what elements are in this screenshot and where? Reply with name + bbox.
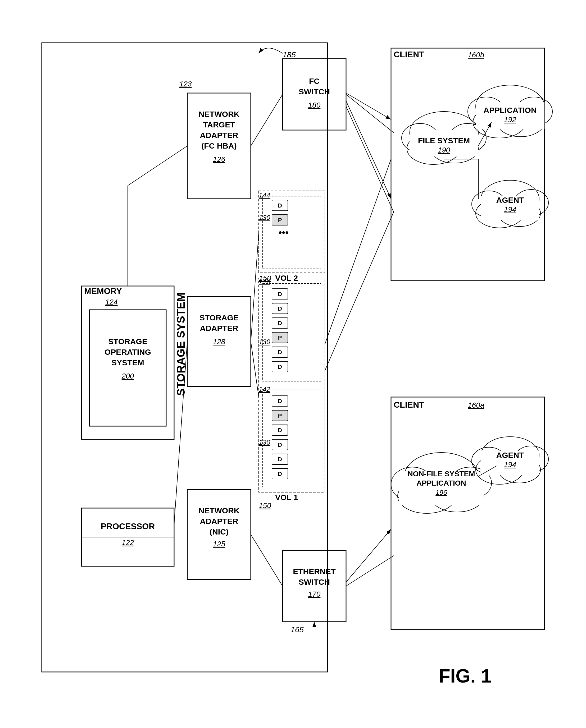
svg-rect-56	[272, 396, 288, 406]
svg-text:STORAGE: STORAGE	[199, 313, 239, 322]
svg-text:122: 122	[121, 539, 134, 547]
svg-point-139	[476, 455, 523, 484]
svg-text:D: D	[278, 456, 282, 463]
svg-rect-46	[272, 318, 288, 328]
svg-text:SWITCH: SWITCH	[298, 87, 329, 96]
svg-text:185: 185	[283, 50, 296, 59]
svg-point-131	[431, 480, 484, 512]
svg-text:VOL 1: VOL 1	[275, 493, 298, 502]
svg-text:FIG. 1: FIG. 1	[438, 665, 491, 686]
svg-point-100	[449, 124, 486, 153]
svg-line-90	[251, 94, 283, 146]
svg-rect-18	[187, 296, 251, 387]
svg-point-114	[481, 180, 539, 217]
svg-point-128	[391, 467, 433, 501]
svg-rect-40	[263, 283, 321, 381]
svg-text:130: 130	[259, 214, 270, 222]
svg-text:D: D	[278, 363, 282, 370]
svg-text:OPERATING: OPERATING	[104, 347, 151, 356]
svg-line-149	[346, 529, 391, 582]
svg-text:D: D	[278, 441, 282, 448]
svg-text:124: 124	[105, 298, 118, 306]
svg-rect-52	[272, 361, 288, 372]
svg-point-136	[481, 437, 539, 474]
svg-text:VOL 2: VOL 2	[275, 274, 298, 282]
svg-rect-2	[81, 508, 174, 566]
svg-line-92	[346, 106, 394, 212]
svg-rect-0	[42, 43, 327, 672]
svg-text:SWITCH: SWITCH	[298, 578, 329, 586]
svg-rect-62	[272, 439, 288, 450]
svg-point-127	[404, 452, 478, 500]
svg-rect-23	[187, 93, 251, 199]
svg-point-106	[476, 85, 544, 127]
svg-text:APPLICATION: APPLICATION	[483, 106, 537, 114]
svg-text:NETWORK: NETWORK	[198, 506, 239, 515]
svg-text:STORAGE SYSTEM: STORAGE SYSTEM	[175, 292, 187, 396]
svg-rect-5	[81, 286, 174, 439]
svg-line-91	[346, 94, 394, 133]
svg-rect-132	[399, 471, 484, 505]
svg-text:125: 125	[213, 540, 225, 548]
svg-rect-50	[272, 347, 288, 357]
svg-text:ADAPTER: ADAPTER	[200, 324, 238, 333]
svg-text:165: 165	[291, 625, 304, 634]
svg-text:D: D	[278, 305, 282, 312]
svg-text:150: 150	[259, 501, 271, 510]
svg-line-94	[325, 212, 394, 371]
svg-text:194: 194	[504, 205, 516, 214]
svg-point-109	[473, 106, 526, 138]
svg-point-108	[515, 97, 553, 126]
svg-line-86	[128, 146, 187, 186]
svg-line-88	[251, 233, 259, 341]
page: STORAGE SYSTEM PROCESSOR 122 MEMORY 124 …	[0, 0, 586, 728]
svg-point-129	[449, 467, 492, 499]
svg-point-115	[472, 191, 506, 217]
svg-rect-74	[272, 200, 288, 211]
svg-text:196: 196	[436, 489, 447, 496]
svg-rect-111	[476, 102, 544, 129]
svg-text:CLIENT: CLIENT	[394, 50, 424, 59]
svg-text:160a: 160a	[468, 401, 484, 409]
svg-line-89	[251, 535, 283, 586]
svg-rect-141	[481, 451, 539, 475]
svg-rect-13	[187, 490, 251, 579]
svg-text:ETHERNET: ETHERNET	[293, 567, 336, 576]
svg-text:144: 144	[259, 191, 270, 199]
svg-text:150: 150	[259, 274, 271, 282]
svg-text:FC: FC	[309, 77, 320, 85]
svg-point-140	[498, 457, 540, 483]
svg-text:SYSTEM: SYSTEM	[112, 358, 144, 367]
svg-line-84	[174, 341, 187, 524]
svg-text:160b: 160b	[468, 51, 484, 59]
svg-text:200: 200	[121, 372, 134, 380]
svg-rect-58	[272, 410, 288, 421]
svg-point-102	[431, 134, 478, 163]
svg-rect-39	[259, 278, 325, 492]
svg-text:D: D	[278, 202, 282, 209]
svg-rect-29	[283, 59, 346, 130]
svg-rect-48	[272, 332, 288, 343]
svg-point-110	[497, 108, 544, 137]
svg-point-99	[401, 124, 439, 153]
svg-text:CLIENT: CLIENT	[394, 400, 424, 410]
svg-point-118	[498, 200, 540, 227]
svg-line-122	[478, 122, 492, 146]
svg-point-137	[472, 447, 506, 474]
svg-text:128: 128	[213, 338, 225, 346]
svg-rect-34	[283, 550, 346, 622]
svg-rect-119	[481, 196, 539, 220]
svg-point-116	[514, 189, 548, 216]
svg-text:P: P	[278, 334, 282, 341]
svg-point-117	[476, 199, 523, 228]
svg-text:STORAGE: STORAGE	[108, 337, 147, 346]
svg-line-93	[346, 556, 394, 586]
svg-text:180: 180	[308, 101, 320, 109]
svg-text:130: 130	[259, 438, 270, 446]
svg-text:(FC HBA): (FC HBA)	[201, 141, 237, 150]
svg-text:P: P	[278, 412, 282, 419]
svg-text:NON-FILE SYSTEM: NON-FILE SYSTEM	[408, 470, 475, 478]
svg-text:MEMORY: MEMORY	[84, 286, 122, 296]
svg-point-130	[398, 479, 456, 513]
svg-text:AGENT: AGENT	[496, 451, 524, 460]
